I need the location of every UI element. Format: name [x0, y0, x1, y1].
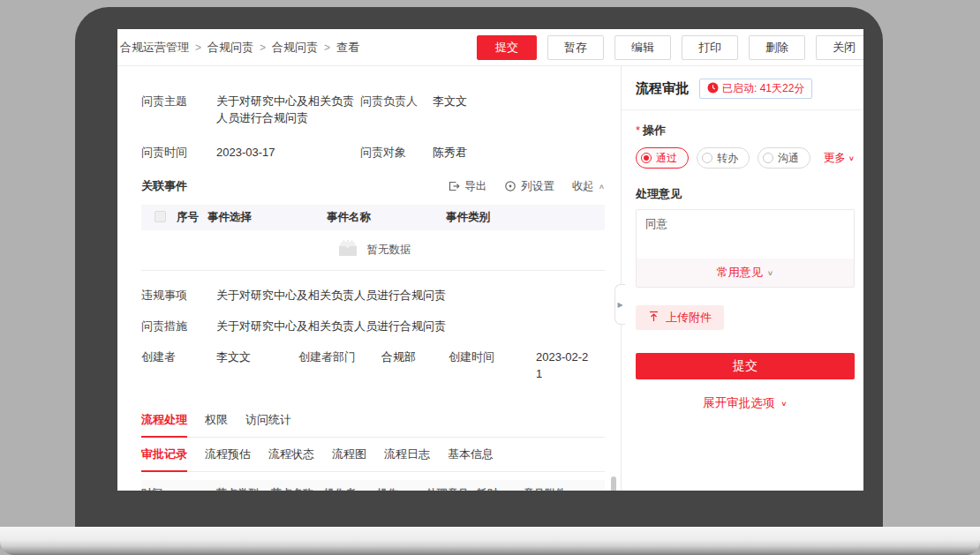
column-header: 节点名称	[271, 486, 324, 491]
column-header: 耗时	[477, 486, 524, 491]
timer-icon	[707, 82, 719, 96]
measure-value: 关于对研究中心及相关负责人员进行合规问责	[216, 318, 446, 334]
subject-value: 关于对研究中心及相关负责人员进行合规问责	[216, 93, 360, 126]
tab-process-handling[interactable]: 流程处理	[141, 412, 187, 438]
expand-label: 展开审批选项	[703, 395, 774, 411]
status-badge: 已启动: 41天22分	[699, 79, 812, 99]
target-value: 陈秀君	[433, 144, 467, 161]
close-button[interactable]: 关闭	[816, 35, 863, 60]
upload-attachment-button[interactable]: 上传附件	[636, 305, 724, 330]
collapse-button[interactable]: 收起 ∧	[572, 179, 605, 194]
breadcrumb-item[interactable]: 合规运营管理	[120, 40, 189, 56]
checkbox-cell	[141, 211, 177, 225]
creator-value: 李文文	[216, 349, 298, 365]
empty-state: 暂无数据	[141, 230, 605, 271]
submit-button[interactable]: 提交	[477, 35, 537, 60]
chevron-up-icon: ∧	[599, 183, 605, 191]
subject-label: 问责主题	[141, 93, 216, 109]
secondary-tabs: 审批记录 流程预估 流程状态 流程图 流程日志 基本信息	[141, 446, 605, 472]
target-label: 问责对象	[360, 144, 433, 161]
breadcrumb-item-current: 查看	[336, 40, 359, 56]
tab-process-estimate[interactable]: 流程预估	[205, 446, 251, 472]
breadcrumb-item[interactable]: 合规问责	[207, 40, 253, 56]
column-header: 操作	[377, 486, 426, 491]
column-settings-button[interactable]: 列设置	[504, 179, 554, 194]
events-table-header: 序号 事件选择 事件名称 事件类别	[141, 205, 605, 230]
arrow-right-icon: ▶	[617, 301, 622, 309]
print-button[interactable]: 打印	[682, 35, 738, 60]
tab-permissions[interactable]: 权限	[205, 412, 228, 438]
column-header: 操作者	[324, 486, 377, 491]
owner-value: 李文文	[433, 93, 467, 109]
radio-transfer[interactable]: 转办	[697, 147, 750, 169]
chevron-down-icon: ∨	[767, 269, 773, 277]
column-header: 事件类别	[446, 210, 605, 225]
radio-communicate-label: 沟通	[778, 151, 799, 166]
owner-label: 问责负责人	[360, 93, 433, 109]
laptop-bezel: 合规运营管理 > 合规问责 > 合规问责 > 查看 提交 暂存 编辑 打印 删除…	[75, 7, 883, 527]
export-icon	[448, 180, 460, 192]
column-header: 序号	[177, 210, 207, 225]
form-row: 违规事项 关于对研究中心及相关负责人员进行合规问责	[141, 287, 605, 304]
form-row: 问责时间 2023-03-17 问责对象 陈秀君	[141, 144, 605, 161]
edit-button[interactable]: 编辑	[614, 35, 671, 60]
approval-records-table-header: 时间 节点类型 节点名称 操作者 操作 处理意见 耗时 意见附件	[141, 480, 605, 491]
radio-pass[interactable]: 通过	[636, 147, 689, 169]
radio-communicate[interactable]: 沟通	[758, 147, 810, 169]
radio-pass-label: 通过	[656, 151, 677, 166]
action-label-row: *操作	[636, 123, 855, 139]
created-time-value: 2023-02-21	[536, 349, 591, 382]
column-header: 事件名称	[327, 210, 446, 225]
comment-input[interactable]: 同意	[637, 210, 854, 259]
violation-value: 关于对研究中心及相关负责人员进行合规问责	[216, 287, 446, 304]
tab-process-diagram[interactable]: 流程图	[332, 446, 366, 472]
action-options: 通过 转办 沟通 更多 ∨	[636, 147, 855, 169]
panel-collapse-handle[interactable]: ▶	[614, 284, 625, 325]
creator-dept-value: 合规部	[381, 349, 449, 365]
panel-submit-button[interactable]: 提交	[636, 353, 855, 379]
comment-box: 同意 常用意见 ∨	[636, 209, 855, 288]
tab-process-status[interactable]: 流程状态	[268, 446, 314, 472]
required-marker: *	[636, 124, 640, 137]
draft-button[interactable]: 暂存	[547, 35, 604, 60]
select-all-checkbox[interactable]	[155, 211, 166, 222]
breadcrumb-item[interactable]: 合规问责	[272, 40, 318, 56]
empty-box-icon	[335, 239, 360, 261]
tab-approval-records[interactable]: 审批记录	[141, 446, 187, 472]
tab-basic-info[interactable]: 基本信息	[448, 446, 494, 472]
form-row: 问责主题 关于对研究中心及相关负责人员进行合规问责 问责负责人 李文文	[141, 93, 605, 126]
export-label: 导出	[464, 179, 486, 194]
collapse-label: 收起	[572, 179, 594, 194]
creator-dept-label: 创建者部门	[298, 349, 381, 365]
tab-visit-stats[interactable]: 访问统计	[245, 412, 291, 438]
laptop-base	[0, 527, 980, 555]
upload-icon	[648, 311, 660, 325]
common-comments-button[interactable]: 常用意见 ∨	[637, 259, 854, 287]
measure-label: 问责措施	[141, 318, 216, 334]
breadcrumb: 合规运营管理 > 合规问责 > 合规问责 > 查看	[120, 29, 359, 66]
column-header: 事件选择	[207, 210, 327, 225]
expand-approval-options-link[interactable]: 展开审批选项 ∨	[636, 395, 855, 411]
action-label: 操作	[643, 124, 666, 137]
page-header: 合规运营管理 > 合规问责 > 合规问责 > 查看 提交 暂存 编辑 打印 删除…	[117, 29, 863, 66]
column-header: 意见附件	[524, 486, 605, 491]
primary-tabs: 流程处理 权限 访问统计	[141, 412, 605, 438]
chevron-down-icon: ∨	[780, 400, 787, 408]
time-value: 2023-03-17	[216, 144, 360, 161]
scrollbar-thumb[interactable]	[611, 476, 616, 491]
form-row: 创建者 李文文 创建者部门 合规部 创建时间 2023-02-21	[141, 349, 605, 382]
form-row: 问责措施 关于对研究中心及相关负责人员进行合规问责	[141, 318, 605, 334]
column-settings-label: 列设置	[521, 179, 554, 194]
tab-process-log[interactable]: 流程日志	[384, 446, 430, 472]
more-options-link[interactable]: 更多 ∨	[824, 151, 855, 166]
column-header: 节点类型	[216, 486, 271, 491]
header-actions: 提交 暂存 编辑 打印 删除 关闭	[477, 35, 863, 60]
radio-dot-icon	[702, 153, 712, 163]
approval-panel-title: 流程审批	[636, 80, 689, 97]
more-label: 更多	[824, 151, 846, 166]
empty-text: 暂无数据	[367, 243, 411, 258]
radio-transfer-label: 转办	[717, 151, 738, 166]
export-button[interactable]: 导出	[448, 179, 486, 194]
delete-button[interactable]: 删除	[749, 35, 805, 60]
creator-label: 创建者	[141, 349, 216, 365]
